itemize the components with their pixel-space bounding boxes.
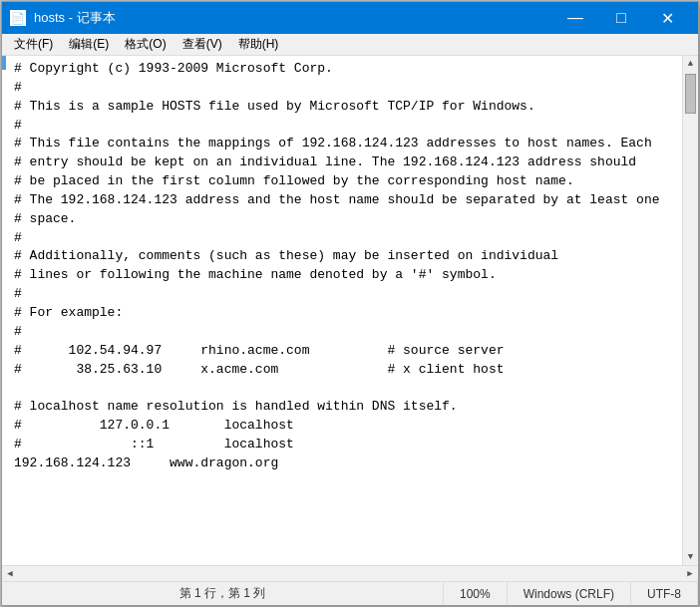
menu-bar: 文件(F) 编辑(E) 格式(O) 查看(V) 帮助(H) <box>2 34 698 56</box>
window-controls: — □ ✕ <box>552 2 690 34</box>
scroll-left-arrow[interactable]: ◀ <box>2 566 18 582</box>
minimize-button[interactable]: — <box>552 2 598 34</box>
close-button[interactable]: ✕ <box>644 2 690 34</box>
zoom-level: 100% <box>444 582 508 605</box>
scroll-up-arrow[interactable]: ▲ <box>683 56 698 72</box>
title-bar-left: 📄 hosts - 记事本 <box>10 9 116 27</box>
status-bar: 第 1 行，第 1 列 100% Windows (CRLF) UTF-8 <box>2 581 698 605</box>
window-title: hosts - 记事本 <box>34 9 116 27</box>
hscroll-track[interactable] <box>18 566 682 581</box>
horizontal-scrollbar[interactable]: ◀ ▶ <box>2 565 698 581</box>
scroll-track[interactable] <box>683 72 698 549</box>
maximize-button[interactable]: □ <box>598 2 644 34</box>
scroll-thumb[interactable] <box>685 74 696 114</box>
menu-edit[interactable]: 编辑(E) <box>61 34 117 55</box>
scroll-down-arrow[interactable]: ▼ <box>683 549 698 565</box>
scroll-right-arrow[interactable]: ▶ <box>682 566 698 582</box>
editor-area: # Copyright (c) 1993-2009 Microsoft Corp… <box>2 56 698 565</box>
text-content[interactable]: # Copyright (c) 1993-2009 Microsoft Corp… <box>8 56 682 565</box>
notepad-window: 📄 hosts - 记事本 — □ ✕ 文件(F) 编辑(E) 格式(O) 查看… <box>1 1 699 606</box>
line-highlight <box>2 56 6 70</box>
title-bar: 📄 hosts - 记事本 — □ ✕ <box>2 2 698 34</box>
app-icon: 📄 <box>10 10 26 26</box>
vertical-scrollbar[interactable]: ▲ ▼ <box>682 56 698 565</box>
menu-help[interactable]: 帮助(H) <box>230 34 287 55</box>
line-indicator <box>2 56 8 565</box>
menu-view[interactable]: 查看(V) <box>175 34 230 55</box>
menu-format[interactable]: 格式(O) <box>117 34 174 55</box>
line-ending: Windows (CRLF) <box>508 582 631 605</box>
menu-file[interactable]: 文件(F) <box>6 34 61 55</box>
encoding: UTF-8 <box>631 582 698 605</box>
cursor-position: 第 1 行，第 1 列 <box>2 582 444 605</box>
